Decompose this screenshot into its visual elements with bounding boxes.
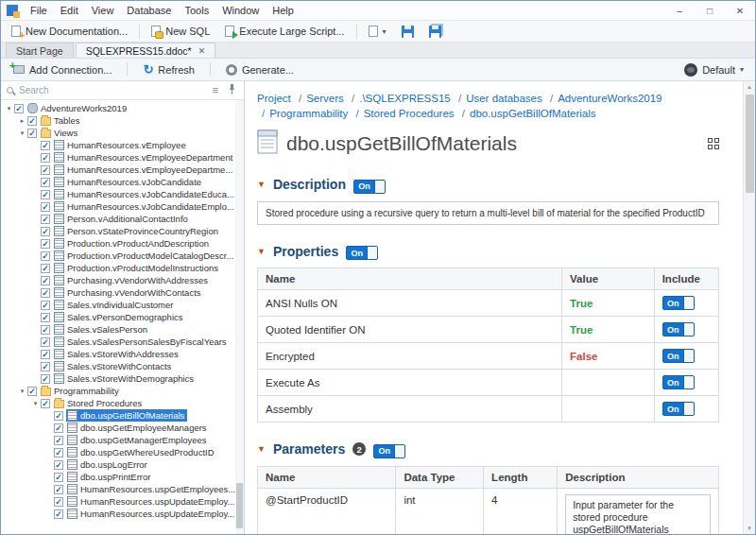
menu-window[interactable]: Window bbox=[215, 1, 266, 20]
on-toggle[interactable]: On bbox=[353, 180, 386, 194]
collapse-triangle-icon[interactable]: ▼ bbox=[257, 247, 266, 256]
pin-icon[interactable] bbox=[226, 84, 238, 96]
menu-edit[interactable]: Edit bbox=[54, 1, 85, 20]
save-all-button[interactable] bbox=[422, 22, 448, 41]
menu-file[interactable]: File bbox=[24, 1, 54, 20]
tree-checkbox[interactable]: ✓ bbox=[54, 497, 63, 507]
tree-checkbox[interactable]: ✓ bbox=[41, 178, 50, 187]
tree-checkbox[interactable]: ✓ bbox=[54, 436, 63, 445]
tree-item[interactable]: ✓dbo.uspGetBillOfMaterials bbox=[1, 409, 244, 422]
list-icon[interactable]: ≡ bbox=[211, 85, 220, 95]
execute-large-script-button[interactable]: Execute Large Script... bbox=[218, 22, 351, 41]
tab-start-page[interactable]: Start Page bbox=[6, 43, 74, 58]
tree-checkbox[interactable]: ✓ bbox=[41, 313, 50, 322]
tree-item[interactable]: ✓Person.vAdditionalContactInfo bbox=[1, 213, 244, 225]
tree-item[interactable]: ✓Sales.vIndividualCustomer bbox=[1, 299, 244, 311]
tree-scrollbar-thumb[interactable] bbox=[236, 483, 243, 528]
tree-checkbox[interactable]: ✓ bbox=[41, 251, 50, 261]
tree-item[interactable]: ✓HumanResources.vJobCandidateEmplo... bbox=[1, 200, 244, 213]
breadcrumb-link[interactable]: Servers bbox=[306, 93, 344, 104]
tree-item[interactable]: ✓Sales.vStoreWithDemographics bbox=[1, 372, 244, 385]
tree-checkbox[interactable]: ✓ bbox=[41, 141, 50, 150]
save-button[interactable] bbox=[395, 22, 421, 41]
tree-item[interactable]: ✓HumanResources.vEmployeeDepartment bbox=[1, 151, 244, 164]
tree-checkbox[interactable]: ✓ bbox=[14, 104, 24, 113]
breadcrumb-link[interactable]: Stored Procedures bbox=[364, 108, 455, 119]
tree-item[interactable]: ✓HumanResources.vEmployee bbox=[1, 139, 244, 151]
collapse-triangle-icon[interactable]: ▼ bbox=[257, 444, 266, 454]
tree-checkbox[interactable]: ✓ bbox=[41, 264, 50, 273]
tree-checkbox[interactable]: ✓ bbox=[41, 399, 50, 408]
tree-checkbox[interactable]: ✓ bbox=[54, 448, 63, 457]
minimize-icon[interactable]: – bbox=[664, 1, 695, 20]
tree-checkbox[interactable]: ✓ bbox=[41, 374, 50, 384]
tree-item[interactable]: ✓Person.vStateProvinceCountryRegion bbox=[1, 225, 244, 237]
tree-item[interactable]: ✓dbo.uspPrintError bbox=[1, 471, 244, 483]
tree-checkbox[interactable]: ✓ bbox=[41, 362, 50, 371]
properties-section-header[interactable]: ▼ Properties On bbox=[257, 243, 719, 261]
menu-help[interactable]: Help bbox=[266, 1, 301, 20]
tree-item[interactable]: ▾✓Views bbox=[1, 127, 244, 139]
tree-item[interactable]: ▾✓AdventureWorks2019 bbox=[1, 102, 244, 114]
description-section-header[interactable]: ▼ Description On bbox=[257, 176, 719, 194]
on-toggle[interactable]: On bbox=[662, 402, 695, 416]
tree-checkbox[interactable]: ✓ bbox=[27, 387, 37, 396]
breadcrumb-link[interactable]: User databases bbox=[466, 93, 542, 104]
tree-expander-icon[interactable]: ▾ bbox=[4, 102, 14, 114]
grid-view-button[interactable] bbox=[708, 138, 719, 149]
tree-checkbox[interactable]: ✓ bbox=[41, 288, 50, 298]
maximize-icon[interactable]: □ bbox=[695, 1, 725, 20]
tree-item[interactable]: ✓HumanResources.uspGetEmployees... bbox=[1, 483, 244, 495]
close-icon[interactable]: ✕ bbox=[725, 1, 755, 20]
tree-checkbox[interactable]: ✓ bbox=[41, 325, 50, 335]
tree-item[interactable]: ✓Production.vProductAndDescription bbox=[1, 237, 244, 250]
on-toggle[interactable]: On bbox=[346, 246, 378, 260]
collapse-triangle-icon[interactable]: ▼ bbox=[257, 180, 266, 189]
tree-checkbox[interactable]: ✓ bbox=[41, 153, 50, 163]
menu-database[interactable]: Database bbox=[120, 1, 178, 20]
new-documentation-button[interactable]: New Documentation... bbox=[5, 22, 134, 41]
tree-checkbox[interactable]: ✓ bbox=[54, 411, 63, 421]
scroll-up-icon[interactable]: ▲ bbox=[747, 81, 752, 93]
tree-expander-icon[interactable]: ▾ bbox=[17, 385, 27, 397]
breadcrumb-link[interactable]: Programmability bbox=[269, 108, 348, 119]
tree-checkbox[interactable]: ✓ bbox=[41, 165, 50, 175]
tree-checkbox[interactable]: ✓ bbox=[54, 460, 63, 470]
tree-checkbox[interactable]: ✓ bbox=[41, 276, 50, 285]
tree-item[interactable]: ✓Sales.vStoreWithAddresses bbox=[1, 348, 244, 360]
on-toggle[interactable]: On bbox=[662, 375, 695, 389]
tree-scrollbar[interactable] bbox=[235, 100, 244, 534]
on-toggle[interactable]: On bbox=[662, 349, 695, 363]
content-scrollbar-thumb[interactable] bbox=[746, 95, 754, 193]
tree-expander-icon[interactable]: ▾ bbox=[30, 397, 41, 409]
tree-checkbox[interactable]: ✓ bbox=[41, 215, 50, 224]
tree-item[interactable]: ✓Production.vProductModelInstructions bbox=[1, 262, 244, 274]
tree-checkbox[interactable]: ✓ bbox=[41, 301, 50, 310]
tree-item[interactable]: ✓Purchasing.vVendorWithAddresses bbox=[1, 274, 244, 286]
scroll-down-icon[interactable]: ▼ bbox=[747, 523, 752, 534]
content-scrollbar[interactable]: ▲ ▼ bbox=[743, 81, 755, 534]
tree-checkbox[interactable]: ✓ bbox=[54, 423, 63, 433]
tree-item[interactable]: ▾✓Stored Procedures bbox=[1, 397, 244, 409]
new-sql-button[interactable]: New SQL bbox=[145, 22, 216, 41]
tree-item[interactable]: ✓Production.vProductModelCatalogDescr... bbox=[1, 250, 244, 262]
on-toggle[interactable]: On bbox=[373, 444, 405, 458]
tree-checkbox[interactable]: ✓ bbox=[41, 227, 50, 236]
tree-item[interactable]: ✓HumanResources.uspUpdateEmploy... bbox=[1, 508, 244, 520]
tree-item[interactable]: ✓HumanResources.vJobCandidateEduca... bbox=[1, 188, 244, 200]
tree-item[interactable]: ✓dbo.uspGetWhereUsedProductID bbox=[1, 446, 244, 458]
tree-item[interactable]: ✓Sales.vSalesPerson bbox=[1, 323, 244, 336]
tree-item[interactable]: ✓Purchasing.vVendorWithContacts bbox=[1, 286, 244, 299]
tree-item[interactable]: ✓Sales.vSalesPersonSalesByFiscalYears bbox=[1, 336, 244, 348]
breadcrumb-link[interactable]: .\SQLEXPRESS15 bbox=[359, 93, 451, 104]
on-toggle[interactable]: On bbox=[662, 322, 695, 337]
tree-checkbox[interactable]: ✓ bbox=[41, 337, 50, 347]
tree-checkbox[interactable]: ✓ bbox=[27, 129, 37, 138]
open-dropdown-button[interactable]: ▾ bbox=[362, 22, 393, 41]
tree-checkbox[interactable]: ✓ bbox=[54, 473, 63, 482]
parameter-description-box[interactable]: Input parameter for the stored procedure… bbox=[565, 494, 711, 535]
skin-selector[interactable]: Default ▾ bbox=[679, 60, 749, 79]
tree-checkbox[interactable]: ✓ bbox=[27, 116, 37, 126]
tree-expander-icon[interactable]: ▸ bbox=[17, 114, 27, 127]
tree-item[interactable]: ✓dbo.uspGetManagerEmployees bbox=[1, 434, 244, 446]
